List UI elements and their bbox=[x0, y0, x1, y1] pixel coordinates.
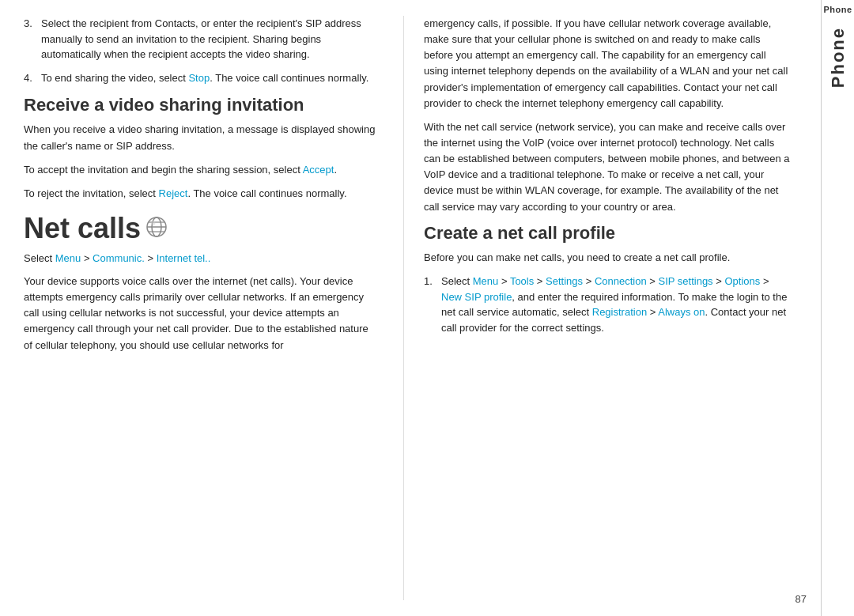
right-para-1: emergency calls, if possible. If you hav… bbox=[424, 16, 791, 111]
numbered-list-top: 3. Select the recipient from Contacts, o… bbox=[24, 16, 380, 85]
right-list-number-1: 1. bbox=[424, 274, 441, 335]
list-item-4: 4. To end sharing the video, select Stop… bbox=[24, 70, 380, 86]
right-sep4: > bbox=[647, 275, 659, 287]
right-sep3: > bbox=[583, 275, 595, 287]
list-number-4: 4. bbox=[24, 70, 41, 86]
para2-after: . bbox=[334, 164, 337, 176]
para2-before: To accept the invitation and begin the s… bbox=[24, 164, 303, 176]
options-link[interactable]: Options bbox=[724, 275, 760, 287]
select-menu-line: Select Menu > Communic. > Internet tel.. bbox=[24, 251, 380, 266]
right-sep2: > bbox=[534, 275, 546, 287]
side-tab-top-label: Phone bbox=[823, 0, 852, 19]
list-text-4: To end sharing the video, select Stop. T… bbox=[41, 70, 368, 86]
tools-link[interactable]: Tools bbox=[510, 275, 534, 287]
communic-link[interactable]: Communic. bbox=[93, 252, 145, 264]
para-video-sharing-2: To accept the invitation and begin the s… bbox=[24, 162, 380, 178]
svg-point-5 bbox=[152, 221, 156, 225]
new-sip-profile-link[interactable]: New SIP profile bbox=[441, 291, 512, 303]
right-list-item-1: 1. Select Menu > Tools > Settings > Conn… bbox=[424, 274, 791, 335]
list-text-4-before: To end sharing the video, select bbox=[41, 72, 188, 84]
reject-link[interactable]: Reject bbox=[159, 187, 188, 199]
right-list-text-part1: Select bbox=[441, 275, 473, 287]
select-sep1: > bbox=[81, 252, 93, 264]
left-column: 3. Select the recipient from Contacts, o… bbox=[24, 16, 403, 600]
net-calls-title: Net calls bbox=[24, 213, 141, 244]
globe-icon bbox=[145, 216, 168, 238]
side-tab: Phone Phone bbox=[821, 0, 854, 616]
select-sep2: > bbox=[145, 252, 157, 264]
sip-settings-link[interactable]: SIP settings bbox=[658, 275, 712, 287]
menu-link[interactable]: Menu bbox=[55, 252, 81, 264]
right-list-text-1: Select Menu > Tools > Settings > Connect… bbox=[441, 274, 791, 335]
internet-tel-link[interactable]: Internet tel.. bbox=[157, 252, 211, 264]
main-content: 3. Select the recipient from Contacts, o… bbox=[0, 0, 821, 616]
side-tab-vertical-label: Phone bbox=[828, 27, 848, 88]
settings-link[interactable]: Settings bbox=[546, 275, 583, 287]
right-column: emergency calls, if possible. If you hav… bbox=[403, 16, 791, 600]
right-sep7: > bbox=[647, 306, 658, 318]
section-heading-net-call-profile: Create a net call profile bbox=[424, 223, 791, 244]
right-sep1: > bbox=[498, 275, 510, 287]
stop-link[interactable]: Stop bbox=[188, 72, 210, 84]
para3-before: To reject the invitation, select bbox=[24, 187, 159, 199]
connection-link[interactable]: Connection bbox=[595, 275, 647, 287]
list-text-3: Select the recipient from Contacts, or e… bbox=[41, 16, 380, 62]
right-para-2: With the net call service (network servi… bbox=[424, 119, 791, 215]
right-sep5: > bbox=[713, 275, 725, 287]
para-video-sharing-3: To reject the invitation, select Reject.… bbox=[24, 186, 380, 202]
registration-link[interactable]: Registration bbox=[592, 306, 647, 318]
list-item-3: 3. Select the recipient from Contacts, o… bbox=[24, 16, 380, 62]
page-container: 3. Select the recipient from Contacts, o… bbox=[0, 0, 854, 616]
right-menu-link[interactable]: Menu bbox=[473, 275, 499, 287]
right-sep6: > bbox=[760, 275, 769, 287]
accept-link[interactable]: Accept bbox=[303, 164, 334, 176]
section-heading-video-sharing: Receive a video sharing invitation bbox=[24, 95, 380, 115]
para3-after: . The voice call continues normally. bbox=[187, 187, 346, 199]
page-number: 87 bbox=[795, 593, 807, 605]
net-calls-para: Your device supports voice calls over th… bbox=[24, 274, 380, 353]
right-section-para: Before you can make net calls, you need … bbox=[424, 250, 791, 266]
list-number-3: 3. bbox=[24, 16, 41, 62]
list-text-4-after: . The voice call continues normally. bbox=[210, 72, 368, 84]
para-video-sharing-1: When you receive a video sharing invitat… bbox=[24, 122, 380, 153]
always-on-link[interactable]: Always on bbox=[658, 306, 705, 318]
select-before: Select bbox=[24, 252, 55, 264]
net-calls-heading: Net calls bbox=[24, 213, 380, 244]
